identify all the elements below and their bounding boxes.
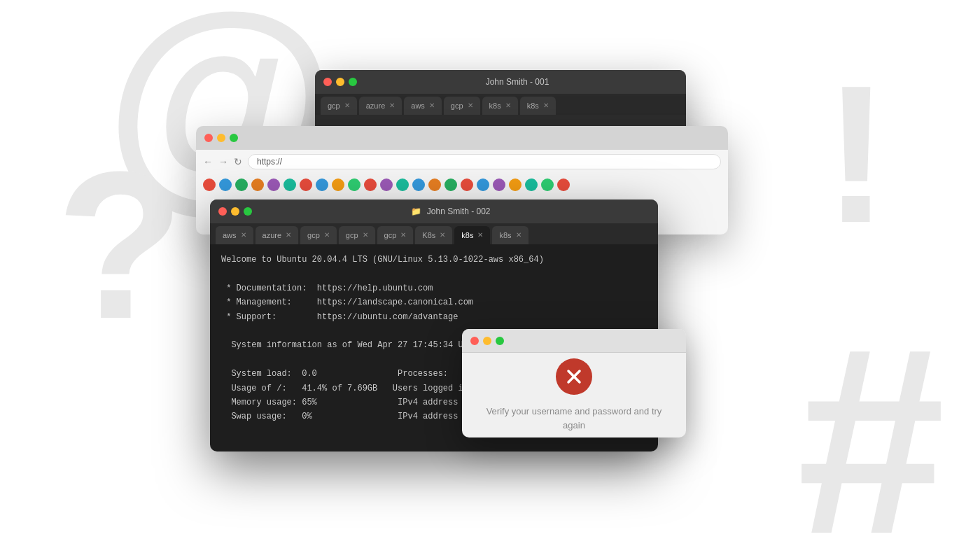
terminal1-tab-k8s1[interactable]: k8s ✕: [482, 97, 518, 115]
exclaim-symbol: !: [824, 56, 889, 252]
browser-back-button[interactable]: ←: [203, 156, 213, 167]
bookmark-icon-3[interactable]: [235, 178, 248, 191]
terminal1-tab-aws-close[interactable]: ✕: [429, 102, 435, 109]
bookmark-icon-17[interactable]: [461, 178, 473, 191]
bookmark-icon-11[interactable]: [364, 178, 377, 191]
bookmark-icon-8[interactable]: [316, 178, 328, 191]
terminal2-tab-azure-close[interactable]: ✕: [286, 232, 291, 239]
terminal1-tab-gcp1-close[interactable]: ✕: [344, 102, 350, 109]
terminal2-tab-k8s-cap[interactable]: K8s ✕: [415, 226, 452, 244]
bookmark-icon-4[interactable]: [251, 178, 264, 191]
browser-titlebar: [196, 126, 728, 150]
bookmark-icon-6[interactable]: [284, 178, 296, 191]
terminal1-title: John Smith - 001: [357, 77, 678, 87]
terminal-line-4: * Management: https://landscape.canonica…: [221, 295, 647, 309]
bookmark-icon-16[interactable]: [444, 178, 457, 191]
terminal2-maximize-button[interactable]: [244, 207, 252, 216]
terminal1-close-button[interactable]: [323, 78, 332, 86]
terminal1-tab-k8s2[interactable]: k8s ✕: [520, 97, 556, 115]
hash-symbol: #: [797, 308, 945, 560]
bookmark-icon-18[interactable]: [477, 178, 489, 191]
terminal1-traffic-lights: [323, 78, 357, 86]
terminal2-tab-gcp2-close[interactable]: ✕: [363, 232, 368, 239]
error-x-svg: [564, 367, 584, 386]
error-dialog-maximize-button[interactable]: [496, 337, 504, 345]
terminal2-tab-k8s-cap-close[interactable]: ✕: [440, 232, 445, 239]
terminal-line-1: Welcome to Ubuntu 20.04.4 LTS (GNU/Linux…: [221, 253, 647, 267]
terminal2-tab-gcp3[interactable]: gcp ✕: [377, 226, 414, 244]
bookmark-icon-20[interactable]: [509, 178, 522, 191]
terminal2-close-button[interactable]: [218, 207, 227, 216]
error-dialog-minimize-button[interactable]: [483, 337, 491, 345]
bookmark-icon-14[interactable]: [412, 178, 425, 191]
terminal1-maximize-button[interactable]: [349, 78, 357, 86]
terminal1-titlebar: John Smith - 001: [315, 70, 686, 94]
terminal2-tab-gcp1-close[interactable]: ✕: [324, 232, 330, 239]
terminal1-tabs-bar: gcp ✕ azure ✕ aws ✕ gcp ✕ k8s ✕ k8s ✕: [315, 94, 686, 115]
error-dialog-close-button[interactable]: [470, 337, 479, 345]
browser-address-bar-container: ← → ↻: [196, 150, 728, 174]
terminal1-tab-azure-close[interactable]: ✕: [389, 102, 395, 109]
terminal2-tabs-bar: aws ✕ azure ✕ gcp ✕ gcp ✕ gcp ✕ K8s ✕: [210, 223, 658, 244]
terminal2-tab-k8s-active[interactable]: k8s ✕: [454, 226, 490, 244]
browser-maximize-button[interactable]: [230, 134, 238, 142]
browser-close-button[interactable]: [204, 134, 213, 142]
terminal2-titlebar: 📁 John Smith - 002: [210, 200, 658, 223]
bookmark-icon-5[interactable]: [267, 178, 280, 191]
terminal2-tab-gcp2[interactable]: gcp ✕: [339, 226, 375, 244]
terminal1-tab-gcp1[interactable]: gcp ✕: [321, 97, 357, 115]
terminal2-title: 📁 John Smith - 002: [252, 206, 650, 216]
terminal2-tab-gcp3-close[interactable]: ✕: [400, 232, 406, 239]
bookmark-icon-2[interactable]: [219, 178, 232, 191]
terminal-line-5: * Support: https://ubuntu.com/advantage: [221, 310, 647, 324]
terminal2-tab-azure[interactable]: azure ✕: [255, 226, 299, 244]
error-message: Verify your username and password and tr…: [476, 405, 672, 432]
error-icon: [556, 358, 592, 395]
error-dialog: Verify your username and password and tr…: [462, 329, 686, 438]
terminal2-tab-k8s-last-close[interactable]: ✕: [516, 232, 522, 239]
terminal1-minimize-button[interactable]: [336, 78, 344, 86]
terminal1-tab-k8s1-close[interactable]: ✕: [505, 102, 511, 109]
browser-forward-button[interactable]: →: [218, 156, 228, 167]
browser-traffic-lights: [204, 134, 238, 142]
question-symbol: ?: [56, 140, 184, 350]
terminal1-tab-azure[interactable]: azure ✕: [359, 97, 402, 115]
terminal1-tab-k8s2-close[interactable]: ✕: [543, 102, 549, 109]
terminal-line-3: * Documentation: https://help.ubuntu.com: [221, 281, 647, 295]
bookmark-icon-13[interactable]: [396, 178, 409, 191]
bookmark-icon-7[interactable]: [300, 178, 312, 191]
terminal2-tab-k8s-last[interactable]: k8s ✕: [492, 226, 528, 244]
windows-container: John Smith - 001 gcp ✕ azure ✕ aws ✕ gcp…: [196, 70, 791, 469]
browser-minimize-button[interactable]: [217, 134, 225, 142]
terminal2-tab-aws-close[interactable]: ✕: [241, 232, 246, 239]
error-dialog-content: Verify your username and password and tr…: [462, 353, 686, 438]
bookmark-icon-12[interactable]: [380, 178, 393, 191]
terminal2-tab-gcp1[interactable]: gcp ✕: [300, 226, 337, 244]
terminal2-tab-k8s-active-close[interactable]: ✕: [477, 232, 483, 239]
terminal1-tab-aws[interactable]: aws ✕: [404, 97, 442, 115]
bookmark-icon-10[interactable]: [348, 178, 360, 191]
bookmark-icon-1[interactable]: [203, 178, 216, 191]
terminal1-tab-gcp2-close[interactable]: ✕: [468, 102, 473, 109]
browser-address-input[interactable]: [248, 154, 721, 169]
bookmark-icon-15[interactable]: [428, 178, 441, 191]
terminal2-tab-aws[interactable]: aws ✕: [216, 226, 253, 244]
bookmark-icon-21[interactable]: [525, 178, 538, 191]
browser-reload-button[interactable]: ↻: [234, 156, 242, 167]
bookmark-icon-19[interactable]: [493, 178, 505, 191]
browser-bookmarks-bar: [196, 174, 728, 196]
bookmark-icon-22[interactable]: [541, 178, 554, 191]
terminal-line-2: [221, 267, 647, 281]
bookmark-icon-9[interactable]: [332, 178, 344, 191]
terminal2-traffic-lights: [218, 207, 252, 216]
terminal2-minimize-button[interactable]: [231, 207, 239, 216]
terminal1-tab-gcp2[interactable]: gcp ✕: [444, 97, 480, 115]
bookmark-icon-23[interactable]: [557, 178, 570, 191]
error-dialog-traffic-lights: [470, 337, 504, 345]
error-dialog-titlebar: [462, 329, 686, 353]
